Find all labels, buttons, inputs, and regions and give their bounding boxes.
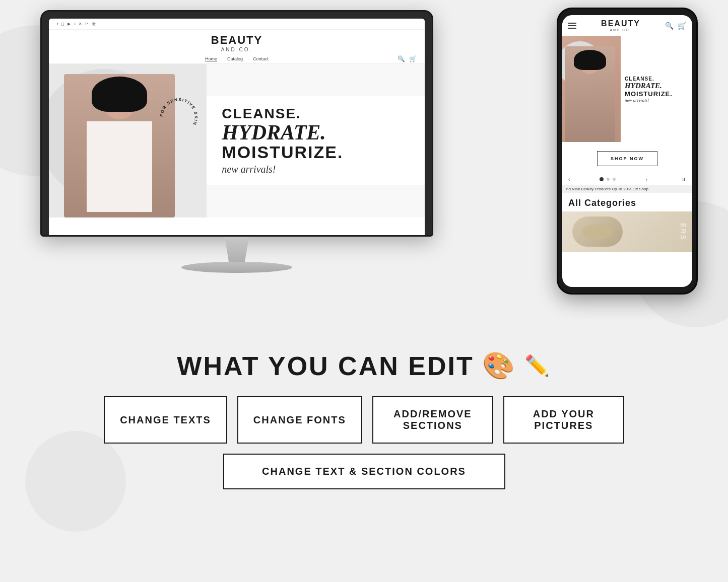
paint-palette-icon: 🎨	[482, 350, 516, 381]
stand-neck	[217, 237, 257, 262]
prev-chevron-icon[interactable]: ‹	[568, 177, 570, 182]
pinterest-icon: P	[85, 22, 88, 26]
tiktok-icon: ♪	[74, 22, 76, 26]
phone-hero-image	[562, 36, 621, 142]
menu-home[interactable]: Home	[205, 56, 217, 61]
stand-assembly	[181, 237, 292, 273]
dot-1[interactable]	[600, 177, 604, 181]
dot-3[interactable]	[613, 178, 616, 181]
monitor-stand	[40, 237, 433, 273]
curved-text-container: FOR SENSITIVE SKIN	[156, 94, 202, 139]
jade-roller-head	[582, 224, 613, 239]
hero-line2: HYDRATE.	[222, 122, 410, 143]
phone-hero: CLEANSE. HYDRATE. MOISTURIZE. new arriva…	[562, 36, 692, 142]
change-texts-button[interactable]: CHANGE TEXTS	[104, 396, 227, 444]
next-chevron-icon[interactable]: ›	[646, 177, 647, 182]
menu-catalog[interactable]: Catalog	[227, 56, 243, 61]
cart-icon[interactable]: 🛒	[409, 55, 417, 62]
curved-text: FOR SENSITIVE SKIN	[160, 97, 198, 126]
monitor-social-bar: f ◻ ▶ ♪ ✕ P 👻	[49, 19, 425, 30]
hero-line1: CLEANSE.	[222, 106, 410, 122]
phone-brand: BEAUTY AND CO.	[601, 19, 640, 32]
phone-search-icon[interactable]: 🔍	[665, 22, 674, 30]
hero-line4: new arrivals!	[222, 164, 410, 175]
desktop-mockup: f ◻ ▶ ♪ ✕ P 👻 BEAUTY AND CO. Home Catalo…	[40, 10, 433, 273]
phone-brand-sub: AND CO.	[601, 28, 640, 32]
phone-screen: BEAUTY AND CO. 🔍 🛒	[562, 15, 692, 287]
phone-nav: BEAUTY AND CO. 🔍 🛒	[562, 15, 692, 36]
pause-icon[interactable]: ⏸	[681, 177, 686, 182]
svg-text:FOR SENSITIVE SKIN: FOR SENSITIVE SKIN	[160, 97, 198, 126]
phone-person-head	[580, 54, 600, 74]
phone-carousel-controls: ‹ › ⏸	[562, 173, 692, 185]
instagram-icon: ◻	[61, 22, 64, 26]
mobile-mockup: BEAUTY AND CO. 🔍 🛒	[557, 8, 698, 295]
ticker-text: nd New Beauty Products Up To 20% Off Sho…	[566, 187, 648, 191]
add-remove-sections-button[interactable]: ADD/REMOVE SECTIONS	[372, 396, 493, 444]
phone-hero-text: CLEANSE. HYDRATE. MOISTURIZE. new arriva…	[621, 36, 692, 142]
monitor-logo: BEAUTY AND CO.	[49, 30, 425, 54]
edit-title-text: WHAT YOU CAN EDIT	[177, 351, 474, 381]
change-colors-button[interactable]: CHANGE TEXT & SECTION COLORS	[223, 454, 505, 489]
person-hair	[92, 77, 147, 112]
phone-hero-line1: CLEANSE.	[625, 76, 688, 82]
youtube-icon: ▶	[68, 22, 71, 26]
monitor-hero: FOR SENSITIVE SKIN CLEANSE. HYDRATE. MOI…	[49, 64, 425, 217]
paintbrush-icon: ✏️	[524, 354, 551, 378]
categories-label: All Categories	[568, 198, 636, 208]
phone-brand-name: BEAUTY	[601, 19, 640, 28]
monitor-menu-bar: Home Catalog Contact 🔍 🛒	[49, 54, 425, 64]
monitor-screen: f ◻ ▶ ♪ ✕ P 👻 BEAUTY AND CO. Home Catalo…	[49, 19, 425, 235]
edit-buttons-row-1: CHANGE TEXTS CHANGE FONTS ADD/REMOVE SEC…	[104, 396, 624, 444]
monitor-frame: f ◻ ▶ ♪ ✕ P 👻 BEAUTY AND CO. Home Catalo…	[40, 10, 433, 237]
desktop-brand-sub: AND CO.	[49, 47, 425, 52]
hamburger-line-3	[568, 28, 576, 29]
hamburger-line-2	[568, 25, 576, 26]
hero-image-area: FOR SENSITIVE SKIN	[49, 64, 207, 217]
social-icons: f ◻ ▶ ♪ ✕ P 👻	[57, 22, 96, 26]
twitter-icon: ✕	[79, 22, 82, 26]
hero-line3: MOISTURIZE.	[222, 143, 410, 162]
person-body	[87, 121, 152, 212]
menu-contact[interactable]: Contact	[253, 56, 269, 61]
phone-hero-line4: new arrivals!	[625, 98, 688, 103]
facebook-icon: f	[57, 22, 58, 26]
hero-text-area: CLEANSE. HYDRATE. MOISTURIZE. new arriva…	[207, 96, 425, 185]
phone-person	[565, 46, 615, 142]
hamburger-line-1	[568, 23, 576, 24]
edit-title-container: WHAT YOU CAN EDIT 🎨 ✏️	[177, 350, 551, 381]
phone-hero-line2: HYDRATE.	[625, 82, 688, 90]
dot-2[interactable]	[607, 178, 610, 181]
add-pictures-button[interactable]: ADD YOUR PICTURES	[503, 396, 624, 444]
phone-frame: BEAUTY AND CO. 🔍 🛒	[557, 8, 698, 295]
monitor-action-icons: 🔍 🛒	[398, 55, 417, 62]
stand-base	[181, 262, 292, 273]
bottom-section: WHAT YOU CAN EDIT 🎨 ✏️ CHANGE TEXTS CHAN…	[0, 340, 728, 582]
phone-hero-line3: MOISTURIZE.	[625, 90, 688, 98]
phone-ticker-bar: nd New Beauty Products Up To 20% Off Sho…	[562, 185, 692, 193]
shop-btn-container: SHOP NOW	[562, 147, 692, 170]
edit-buttons-row-2: CHANGE TEXT & SECTION COLORS	[223, 454, 505, 489]
shop-now-button[interactable]: SHOP NOW	[597, 151, 657, 166]
category-side-text: ERS	[679, 223, 687, 241]
hamburger-menu-icon[interactable]	[568, 23, 576, 29]
carousel-dots	[600, 175, 616, 183]
change-fonts-button[interactable]: CHANGE FONTS	[237, 396, 362, 444]
jade-roller	[572, 216, 623, 247]
search-icon[interactable]: 🔍	[398, 55, 405, 62]
phone-action-icons: 🔍 🛒	[665, 22, 686, 30]
snapchat-icon: 👻	[91, 22, 96, 26]
desktop-brand-name: BEAUTY	[49, 34, 425, 47]
phone-category-image: ERS	[562, 211, 692, 252]
person-head	[102, 84, 137, 119]
phone-cart-icon[interactable]: 🛒	[678, 22, 686, 30]
phone-person-hair	[574, 50, 606, 70]
phone-categories-title: All Categories	[562, 193, 692, 211]
